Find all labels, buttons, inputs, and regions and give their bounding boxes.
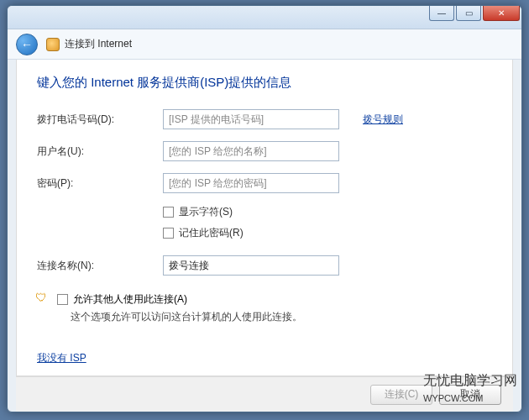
footer: 连接(C) 取消 [16,376,513,412]
allow-others-desc: 这个选项允许可以访问这台计算机的人使用此连接。 [71,310,492,324]
back-button[interactable]: ← [16,34,38,55]
password-label: 密码(P): [37,176,163,191]
close-button[interactable]: ✕ [483,6,520,21]
conn-name-label: 连接名称(N): [37,259,163,273]
maximize-icon: ▭ [465,8,473,18]
show-chars-label: 显示字符(S) [179,205,233,219]
user-row: 用户名(U): [您的 ISP 给您的名称] [37,141,492,161]
remember-row: 记住此密码(R) [163,226,492,240]
cancel-button[interactable]: 取消 [439,385,501,405]
minimize-icon: — [437,8,446,18]
user-label: 用户名(U): [37,144,163,159]
allow-others-row: 允许其他人使用此连接(A) [37,292,492,307]
show-chars-checkbox[interactable] [163,207,174,218]
show-chars-row: 显示字符(S) [163,205,492,219]
page-heading: 键入您的 Internet 服务提供商(ISP)提供的信息 [37,75,492,91]
connect-button[interactable]: 连接(C) [370,385,432,405]
phone-row: 拨打电话号码(D): [ISP 提供的电话号码] 拨号规则 [37,109,492,129]
user-input[interactable]: [您的 ISP 给您的名称] [163,141,339,161]
nav-title: 连接到 Internet [65,37,132,51]
network-icon [46,38,60,51]
maximize-button[interactable]: ▭ [456,6,481,21]
content-area: 键入您的 Internet 服务提供商(ISP)提供的信息 拨打电话号码(D):… [16,60,513,376]
conn-name-row: 连接名称(N): 拨号连接 [37,255,492,276]
allow-others-checkbox[interactable] [57,294,68,305]
conn-name-input[interactable]: 拨号连接 [163,255,339,276]
navbar: ← 连接到 Internet [8,29,521,60]
dial-rules-link[interactable]: 拨号规则 [363,113,403,127]
password-row: 密码(P): [您的 ISP 给您的密码] [37,173,492,193]
wizard-window: — ▭ ✕ ← 连接到 Internet 键入您的 Internet 服务提供商… [7,5,522,412]
password-input[interactable]: [您的 ISP 给您的密码] [163,173,339,193]
allow-others-label: 允许其他人使用此连接(A) [73,292,187,307]
titlebar: — ▭ ✕ [8,6,521,29]
back-arrow-icon: ← [21,38,33,51]
phone-label: 拨打电话号码(D): [37,113,163,127]
no-isp-link[interactable]: 我没有 ISP [37,351,86,365]
shield-icon [37,293,50,307]
remember-label: 记住此密码(R) [179,226,244,240]
minimize-button[interactable]: — [429,6,454,21]
close-icon: ✕ [498,8,505,18]
phone-input[interactable]: [ISP 提供的电话号码] [163,109,339,129]
remember-checkbox[interactable] [163,228,174,239]
